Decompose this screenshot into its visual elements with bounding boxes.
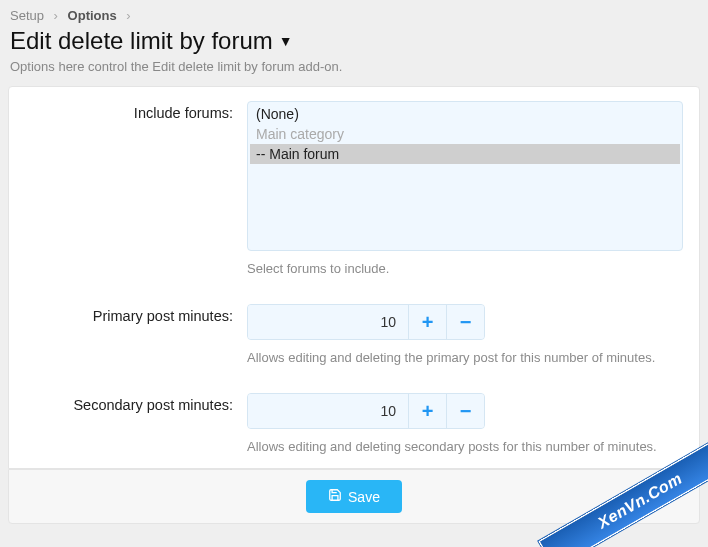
help-secondary-minutes: Allows editing and deleting secondary po… (247, 439, 683, 454)
primary-minutes-stepper: + − (247, 304, 485, 340)
increment-button[interactable]: + (408, 305, 446, 339)
chevron-right-icon: › (126, 8, 130, 23)
save-button[interactable]: Save (306, 480, 402, 513)
help-include-forums: Select forums to include. (247, 261, 683, 276)
label-secondary-minutes: Secondary post minutes: (9, 393, 247, 454)
minus-icon: − (460, 400, 472, 423)
save-icon (328, 488, 342, 505)
secondary-minutes-stepper: + − (247, 393, 485, 429)
list-item[interactable]: (None) (250, 104, 680, 124)
label-primary-minutes: Primary post minutes: (9, 304, 247, 365)
help-primary-minutes: Allows editing and deleting the primary … (247, 350, 683, 365)
secondary-minutes-input[interactable] (248, 394, 408, 428)
decrement-button[interactable]: − (446, 305, 484, 339)
list-item: Main category (250, 124, 680, 144)
page-description: Options here control the Edit delete lim… (0, 59, 708, 86)
breadcrumb: Setup › Options › (0, 0, 708, 27)
page-title: Edit delete limit by forum (10, 27, 273, 55)
breadcrumb-item-options[interactable]: Options (68, 8, 117, 23)
row-include-forums: Include forums: (None) Main category -- … (9, 87, 699, 290)
decrement-button[interactable]: − (446, 394, 484, 428)
minus-icon: − (460, 311, 472, 334)
plus-icon: + (422, 311, 434, 334)
breadcrumb-item-setup[interactable]: Setup (10, 8, 44, 23)
row-secondary-minutes: Secondary post minutes: + − Allows editi… (9, 379, 699, 468)
page-title-menu[interactable]: Edit delete limit by forum ▼ (10, 27, 293, 55)
footer-bar: Save (8, 469, 700, 524)
caret-down-icon: ▼ (279, 33, 293, 49)
primary-minutes-input[interactable] (248, 305, 408, 339)
options-panel: Include forums: (None) Main category -- … (8, 86, 700, 469)
plus-icon: + (422, 400, 434, 423)
chevron-right-icon: › (54, 8, 58, 23)
include-forums-listbox[interactable]: (None) Main category -- Main forum (247, 101, 683, 251)
row-primary-minutes: Primary post minutes: + − Allows editing… (9, 290, 699, 379)
label-include-forums: Include forums: (9, 101, 247, 276)
increment-button[interactable]: + (408, 394, 446, 428)
save-button-label: Save (348, 489, 380, 505)
list-item[interactable]: -- Main forum (250, 144, 680, 164)
